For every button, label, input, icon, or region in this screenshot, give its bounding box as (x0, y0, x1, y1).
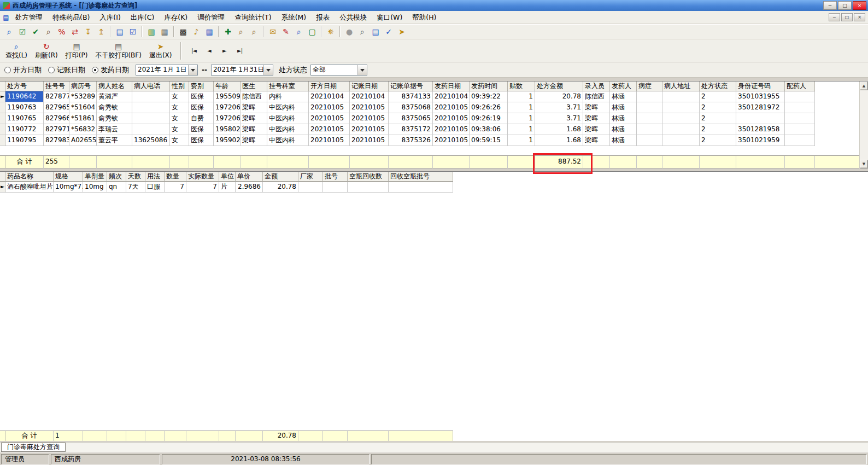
prescription-table-cell[interactable]: 827966 (44, 113, 69, 124)
menu-public-modules[interactable]: 公共模块 (335, 11, 372, 24)
drug-detail-table-column-header[interactable]: 金额 (263, 172, 298, 182)
prescription-table-cell[interactable]: 20.78 (535, 91, 583, 102)
menu-outbound[interactable]: 出库(C) (126, 11, 159, 24)
export-icon[interactable]: ↥ (95, 26, 107, 38)
prescription-table-cell[interactable]: 3.71 (535, 102, 583, 113)
prescription-table-cell[interactable] (132, 102, 170, 113)
drug-detail-table-column-header[interactable]: 回收空瓶批号 (389, 172, 453, 182)
prescription-table-cell[interactable]: 20210105 (433, 124, 470, 135)
sticker-print-button[interactable]: ▤不干胶打印(BF) (92, 40, 145, 61)
prescription-table-column-header[interactable]: 病历号 (69, 82, 97, 91)
prescription-table-cell[interactable]: 林涵 (610, 102, 637, 113)
menu-prescription-management[interactable]: 处方管理 (10, 11, 48, 24)
prescription-table-cell[interactable]: 827971 (44, 124, 69, 135)
nav-last-button[interactable]: ►| (232, 45, 247, 56)
prescription-table-cell[interactable]: 女 (170, 124, 189, 135)
prescription-table-cell[interactable]: 李瑞云 (97, 124, 132, 135)
prescription-table-cell[interactable]: 20210105 (350, 102, 389, 113)
prescription-table-cell[interactable]: 中医内科 (267, 135, 309, 146)
drug-detail-table-column-header[interactable]: 单位 (219, 172, 236, 182)
drug-detail-table-column-header[interactable]: 天数 (126, 172, 145, 182)
prescription-table-column-header[interactable]: 记账日期 (350, 82, 389, 91)
prescription-table-cell[interactable]: 20210104 (309, 91, 350, 102)
prescription-table-cell[interactable] (637, 135, 662, 146)
prescription-table-row[interactable]: 1190772827971*56832李瑞云女医保195802梁晖中医内科202… (0, 124, 859, 135)
prescription-table-column-header[interactable]: 年龄 (214, 82, 241, 91)
prescription-table-column-header[interactable]: 开方日期 (309, 82, 350, 91)
zoom-icon[interactable]: ⌕ (293, 26, 305, 38)
prescription-table-cell[interactable] (637, 124, 662, 135)
drug-detail-table-column-header[interactable]: 单价 (236, 172, 263, 182)
prescription-table-column-header[interactable]: 病症 (637, 82, 662, 91)
menu-window[interactable]: 窗口(W) (372, 11, 407, 24)
prescription-table-cell[interactable]: 陈信西 (583, 91, 610, 102)
prescription-table-cell[interactable] (785, 102, 815, 113)
drug-detail-table-row[interactable]: ►酒石酸唑吡坦片10mg*7.10mgqn7天口服77片2.968620.78 (0, 182, 453, 193)
prescription-table-cell[interactable]: 8375068 (389, 102, 433, 113)
prescription-table-cell[interactable]: 1 (508, 124, 535, 135)
globe-icon[interactable]: ● (343, 26, 355, 38)
prescription-table-cell[interactable] (785, 124, 815, 135)
prescription-table-column-header[interactable]: 身份证号码 (736, 82, 785, 91)
prescription-table-cell[interactable]: 女 (170, 113, 189, 124)
drug-detail-table-cell[interactable] (298, 182, 323, 193)
prescription-table-cell[interactable]: 8375326 (389, 135, 433, 146)
drug-detail-table-cell[interactable]: qn (107, 182, 126, 193)
prescription-table-column-header[interactable]: 挂号号 (44, 82, 69, 91)
prescription-table-column-header[interactable]: 处方金额 (535, 82, 583, 91)
prescription-table-column-header[interactable]: 录入员 (583, 82, 610, 91)
prescription-table-column-header[interactable]: 病人姓名 (97, 82, 132, 91)
prescription-table-cell[interactable]: 827965 (44, 102, 69, 113)
prescription-table-cell[interactable]: 梁晖 (241, 102, 267, 113)
prescription-table-cell[interactable]: 1 (508, 113, 535, 124)
prescription-table-cell[interactable]: *56832 (69, 124, 97, 135)
vertical-scrollbar[interactable]: ▲ ▼ (859, 82, 868, 168)
prescription-table-cell[interactable] (637, 102, 662, 113)
tab-outpatient-narcotic-query[interactable]: 门诊毒麻处方查询 (1, 443, 66, 452)
dispense-icon[interactable]: ✚ (222, 26, 234, 38)
prescription-table-cell[interactable]: 20210105 (309, 135, 350, 146)
prescription-table-cell[interactable] (662, 91, 700, 102)
exit-button[interactable]: ➤退出(X) (146, 40, 175, 61)
find-record-icon[interactable]: ⌕ (3, 26, 15, 38)
drug-detail-table-column-header[interactable]: 用法 (145, 172, 165, 182)
prescription-table-cell[interactable] (132, 113, 170, 124)
menu-reports[interactable]: 报表 (311, 11, 335, 24)
dropdown-arrow-icon[interactable] (357, 65, 367, 75)
prescription-table-cell[interactable]: 1.68 (535, 135, 583, 146)
prescription-table-cell[interactable]: 3501281958 (736, 124, 785, 135)
prescription-table-cell[interactable]: 09:38:06 (470, 124, 508, 135)
prescription-table-cell[interactable]: 梁晖 (583, 135, 610, 146)
prescription-table-cell[interactable]: 1190765 (5, 113, 44, 124)
prescription-table-cell[interactable] (662, 124, 700, 135)
prescription-table-cell[interactable]: 中医内科 (267, 113, 309, 124)
menu-help[interactable]: 帮助(H) (407, 11, 441, 24)
prescription-table-cell[interactable]: 20210105 (350, 135, 389, 146)
prescription-table-cell[interactable]: 09:39:22 (470, 91, 508, 102)
prescription-table-cell[interactable]: 20210105 (433, 102, 470, 113)
approve-icon[interactable]: ✔ (30, 26, 42, 38)
child-minimize-button[interactable]: ─ (829, 13, 840, 21)
drug-detail-table-column-header[interactable]: 空瓶回收数 (348, 172, 389, 182)
prescription-table-cell[interactable] (736, 113, 785, 124)
date-from-select[interactable]: 2021年 1月 1日 (136, 65, 198, 75)
prescription-table-cell[interactable]: 陈信西 (241, 91, 267, 102)
prescription-table-row[interactable]: ►1190642827877*53289黄淑严女医保195509陈信西内科202… (0, 91, 859, 102)
prescription-table-cell[interactable]: 医保 (189, 124, 214, 135)
date-to-select[interactable]: 2021年 1月31日 (211, 65, 273, 75)
prescription-table-cell[interactable] (785, 91, 815, 102)
prescription-table-cell[interactable]: 8374133 (389, 91, 433, 102)
prescription-table-cell[interactable] (785, 113, 815, 124)
prescription-table-column-header[interactable]: 处方状态 (700, 82, 736, 91)
dropdown-arrow-icon[interactable] (188, 65, 197, 75)
prescription-table-cell[interactable]: 梁晖 (583, 113, 610, 124)
prescription-table-cell[interactable]: *51861 (69, 113, 97, 124)
prescription-table-cell[interactable]: 内科 (267, 91, 309, 102)
prescription-table-cell[interactable]: 医保 (189, 91, 214, 102)
exit-small-icon[interactable]: ➤ (396, 26, 408, 38)
find-button[interactable]: ⌕查找(L) (2, 40, 31, 61)
prescription-table-cell[interactable]: 黄淑严 (97, 91, 132, 102)
prescription-table-cell[interactable]: *53289 (69, 91, 97, 102)
prescription-table-cell[interactable]: 195802 (214, 124, 241, 135)
chart-icon[interactable]: ▥ (145, 26, 157, 38)
